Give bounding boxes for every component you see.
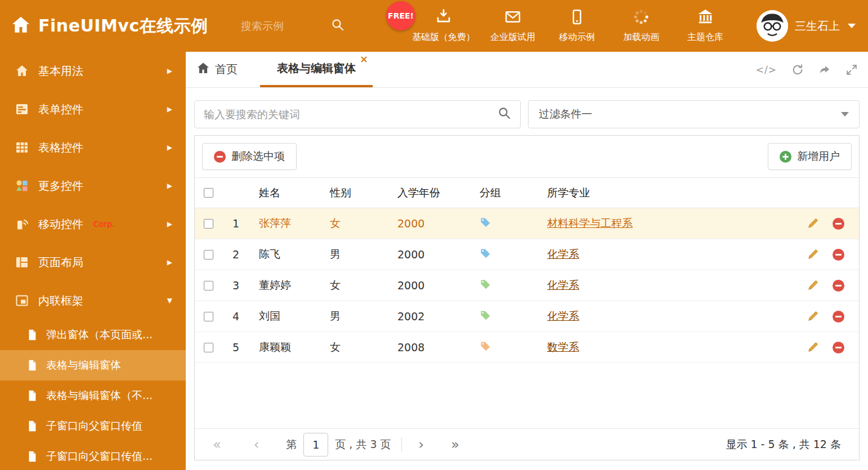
source-code-icon[interactable]: </> bbox=[756, 64, 777, 75]
file-icon bbox=[26, 359, 38, 371]
header-nav: FREE! 基础版（免费） 企业版试用 移动示例 加载动画 bbox=[406, 0, 737, 52]
major-link[interactable]: 数学系 bbox=[547, 341, 579, 353]
last-page-button[interactable]: » bbox=[451, 437, 459, 453]
table-row[interactable]: 4 刘国 男 2002 化学系 bbox=[195, 301, 859, 332]
expand-icon[interactable] bbox=[845, 64, 858, 76]
student-name: 刘国 bbox=[249, 309, 320, 324]
record-summary: 显示 1 - 5 条 , 共 12 条 bbox=[726, 437, 841, 452]
col-header-year[interactable]: 入学年份 bbox=[387, 186, 469, 200]
major-link[interactable]: 化学系 bbox=[547, 310, 579, 322]
delete-icon[interactable] bbox=[833, 311, 844, 323]
row-checkbox[interactable] bbox=[204, 312, 213, 321]
caret-down-icon bbox=[848, 24, 856, 28]
table-row[interactable]: 5 康颖颖 女 2008 数学系 bbox=[195, 332, 859, 363]
nav-item-mobile-demo[interactable]: 移动示例 bbox=[545, 0, 609, 52]
envelope-icon bbox=[504, 8, 521, 28]
file-icon bbox=[26, 420, 38, 432]
select-all-checkbox[interactable] bbox=[204, 188, 213, 198]
student-name: 陈飞 bbox=[249, 247, 320, 262]
filter-dropdown[interactable]: 过滤条件一 bbox=[528, 100, 860, 128]
nav-item-enterprise-trial[interactable]: 企业版试用 bbox=[481, 0, 545, 52]
frame-icon bbox=[15, 293, 29, 308]
sidebar-item-iframe[interactable]: 内联框架 ▼ bbox=[0, 281, 186, 320]
sidebar-subitem-grid-edit-window[interactable]: 表格与编辑窗体 bbox=[0, 350, 186, 381]
search-icon[interactable] bbox=[331, 18, 344, 34]
sidebar-item-mobile-controls[interactable]: 移动控件 Corp. ▶ bbox=[0, 205, 186, 243]
sidebar-item-grid-controls[interactable]: 表格控件 ▶ bbox=[0, 128, 186, 167]
main-content: 首页 表格与编辑窗体 × </> 过滤条件一 删除选中项 bbox=[186, 52, 868, 470]
sidebar-item-basic-usage[interactable]: 基本用法 ▶ bbox=[0, 52, 186, 90]
sidebar-item-form-controls[interactable]: 表单控件 ▶ bbox=[0, 90, 186, 128]
edit-icon[interactable] bbox=[807, 279, 819, 292]
app-header: FineUIMvc在线示例 FREE! 基础版（免费） 企业版试用 移动示例 bbox=[0, 0, 868, 52]
widgets-icon bbox=[15, 178, 29, 193]
sidebar-subitem-child-to-parent[interactable]: 子窗口向父窗口传值 bbox=[0, 411, 186, 441]
nav-item-theme-repo[interactable]: 主题仓库 bbox=[673, 0, 737, 52]
download-icon bbox=[435, 8, 452, 28]
col-header-major[interactable]: 所学专业 bbox=[537, 186, 793, 200]
next-page-button[interactable]: › bbox=[419, 437, 424, 453]
home-icon bbox=[197, 62, 209, 77]
prev-page-button[interactable]: ‹ bbox=[254, 437, 259, 453]
table-row[interactable]: 3 董婷婷 女 2000 化学系 bbox=[195, 270, 859, 301]
row-checkbox[interactable] bbox=[204, 250, 213, 259]
major-link[interactable]: 材料科学与工程系 bbox=[547, 217, 633, 229]
edit-icon[interactable] bbox=[807, 310, 819, 323]
bank-icon bbox=[697, 8, 714, 28]
grid-toolbar: 删除选中项 新增用户 bbox=[195, 136, 859, 177]
edit-icon[interactable] bbox=[807, 248, 819, 261]
col-header-group[interactable]: 分组 bbox=[469, 186, 537, 200]
header-search-input[interactable] bbox=[241, 20, 325, 32]
add-user-button[interactable]: 新增用户 bbox=[768, 143, 852, 170]
major-link[interactable]: 化学系 bbox=[547, 248, 579, 260]
tab-tools: </> bbox=[756, 52, 858, 88]
search-icon[interactable] bbox=[498, 106, 511, 122]
edit-icon[interactable] bbox=[807, 217, 819, 230]
file-icon bbox=[26, 450, 38, 463]
filter-row: 过滤条件一 bbox=[194, 100, 860, 128]
nav-item-loading-animation[interactable]: 加载动画 bbox=[609, 0, 673, 52]
delete-icon[interactable] bbox=[833, 218, 844, 230]
search-input[interactable] bbox=[204, 108, 498, 120]
row-checkbox[interactable] bbox=[204, 219, 213, 229]
delete-selected-button[interactable]: 删除选中项 bbox=[202, 143, 297, 170]
home-icon bbox=[15, 64, 29, 78]
sidebar-subitem-grid-edit-window-alt[interactable]: 表格与编辑窗体（不... bbox=[0, 381, 186, 411]
delete-icon[interactable] bbox=[833, 342, 844, 353]
sidebar-item-more-controls[interactable]: 更多控件 ▶ bbox=[0, 167, 186, 205]
nav-item-basic-free[interactable]: FREE! 基础版（免费） bbox=[406, 0, 481, 52]
col-header-gender[interactable]: 性别 bbox=[320, 186, 387, 200]
student-name: 康颖颖 bbox=[249, 340, 320, 355]
table-row[interactable]: 2 陈飞 男 2000 化学系 bbox=[195, 239, 859, 270]
header-search[interactable] bbox=[241, 0, 344, 52]
sidebar-subitem-child-to-parent-alt[interactable]: 子窗口向父窗口传值... bbox=[0, 441, 186, 470]
app-brand[interactable]: FineUIMvc在线示例 bbox=[11, 0, 208, 52]
data-grid-panel: 删除选中项 新增用户 姓名 性别 入学年份 分组 所学专业 1 张萍萍 女 20… bbox=[194, 135, 860, 460]
share-icon[interactable] bbox=[818, 64, 831, 76]
username: 三生石上 bbox=[795, 19, 840, 34]
refresh-icon[interactable] bbox=[791, 64, 804, 76]
layout-icon bbox=[15, 255, 29, 270]
first-page-button[interactable]: « bbox=[213, 437, 221, 453]
delete-icon[interactable] bbox=[833, 249, 844, 261]
row-checkbox[interactable] bbox=[204, 281, 213, 290]
row-checkbox[interactable] bbox=[204, 343, 213, 352]
page-number-input[interactable] bbox=[303, 433, 328, 456]
plus-circle-icon bbox=[780, 151, 791, 163]
tab-close-icon[interactable]: × bbox=[360, 54, 368, 64]
table-search-box[interactable] bbox=[194, 100, 521, 128]
major-link[interactable]: 化学系 bbox=[547, 279, 579, 291]
tab-home[interactable]: 首页 bbox=[186, 52, 249, 87]
minus-circle-icon bbox=[214, 151, 226, 163]
delete-icon[interactable] bbox=[833, 280, 844, 292]
col-header-name[interactable]: 姓名 bbox=[249, 186, 320, 200]
tab-grid-edit-window[interactable]: 表格与编辑窗体 × bbox=[260, 52, 373, 87]
table-row[interactable]: 1 张萍萍 女 2000 材料科学与工程系 bbox=[195, 208, 859, 239]
sidebar-item-page-layout[interactable]: 页面布局 ▶ bbox=[0, 243, 186, 281]
user-menu[interactable]: 三生石上 bbox=[757, 0, 856, 52]
pagination-bar: « ‹ 第 页 , 共 3 页 › » 显示 1 - 5 条 , 共 12 条 bbox=[195, 428, 859, 460]
sidebar-subitem-popup-window[interactable]: 弹出窗体（本页面或... bbox=[0, 320, 186, 350]
chevron-right-icon: ▶ bbox=[167, 258, 172, 266]
edit-icon[interactable] bbox=[807, 341, 819, 353]
divider bbox=[401, 437, 402, 452]
